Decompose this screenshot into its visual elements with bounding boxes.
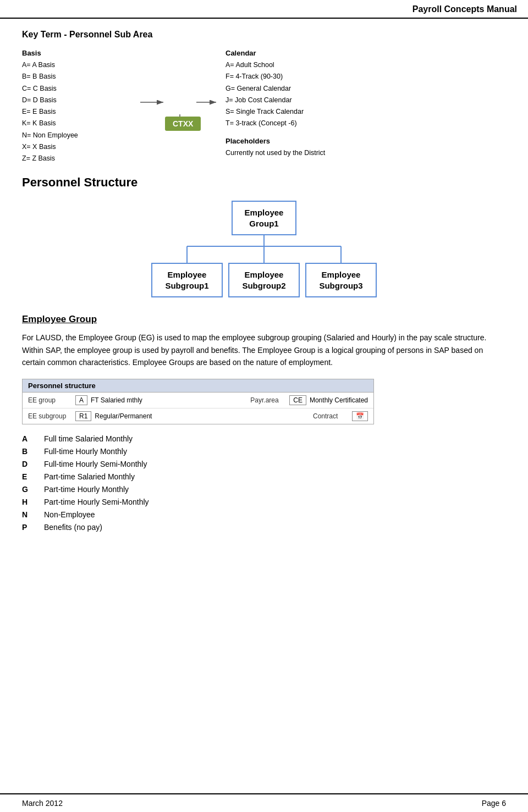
personnel-box-header: Personnel structure [23, 379, 373, 393]
list-val-h: Part-time Hourly Semi-Monthly [44, 498, 149, 506]
list-item-d: D Full-time Hourly Semi-Monthly [22, 460, 506, 468]
placeholders-title: Placeholders [226, 135, 435, 147]
list-item-g: G Part-time Hourly Monthly [22, 485, 506, 494]
list-item-b: B Full-time Hourly Monthly [22, 447, 506, 456]
list-val-g: Part-time Hourly Monthly [44, 485, 129, 494]
list-val-a: Full time Salaried Monthly [44, 434, 133, 443]
ee-group-code: A [75, 395, 87, 405]
calendar-item-1: A= Adult School [226, 59, 435, 71]
calendar-item-5: S= Single Track Calendar [226, 106, 435, 118]
placeholders-text: Currently not used by the District [226, 147, 435, 159]
basis-item-6: K= K Basis [22, 118, 132, 129]
list-val-e: Part-time Salaried Monthly [44, 472, 135, 481]
list-item-n: N Non-Employee [22, 510, 506, 519]
contract-icon: 📅 [352, 411, 368, 421]
basis-item-8: X= X Basis [22, 141, 132, 153]
list-key-d: D [22, 460, 44, 468]
ee-subgroup-value: Regular/Permanent [95, 412, 166, 420]
calendar-title: Calendar [226, 47, 435, 59]
list-key-g: G [22, 485, 44, 494]
ctxx-box: CTXX [165, 117, 201, 131]
list-val-d: Full-time Hourly Semi-Monthly [44, 460, 147, 468]
basis-column: Basis A= A Basis B= B Basis C= C Basis D… [22, 47, 132, 164]
list-key-e: E [22, 472, 44, 481]
employee-group-list: A Full time Salaried Monthly B Full-time… [22, 434, 506, 532]
personnel-structure-title: Personnel Structure [22, 175, 506, 190]
header-title: Payroll Concepts Manual [413, 4, 517, 14]
payr-area-value: Monthly Certificated [310, 396, 368, 404]
payr-area-label: Payr.area [250, 396, 286, 404]
personnel-box-row-2: EE subgroup R1 Regular/Permanent Contrac… [23, 408, 373, 424]
list-val-n: Non-Employee [44, 510, 95, 519]
list-item-e: E Part-time Salaried Monthly [22, 472, 506, 481]
org-top-box: EmployeeGroup1 [232, 201, 297, 235]
basis-item-7: N= Non Employee [22, 130, 132, 141]
list-key-b: B [22, 447, 44, 456]
basis-item-2: B= B Basis [22, 71, 132, 82]
org-children: EmployeeSubgroup1 EmployeeSubgroup2 Empl… [151, 263, 377, 297]
placeholders-section: Placeholders Currently not used by the D… [226, 135, 435, 159]
page-content: Key Term - Personnel Sub Area Basis A= A… [0, 19, 528, 568]
list-key-a: A [22, 434, 44, 443]
ctxx-area: CTXX [132, 47, 226, 130]
ee-subgroup-label: EE subgroup [28, 412, 72, 420]
basis-item-3: C= C Basis [22, 83, 132, 95]
basis-item-1: A= A Basis [22, 59, 132, 71]
list-item-a: A Full time Salaried Monthly [22, 434, 506, 443]
footer-left: March 2012 [22, 799, 63, 808]
list-key-h: H [22, 498, 44, 506]
calendar-item-2: F= 4-Track (90-30) [226, 71, 435, 82]
basis-item-4: D= D Basis [22, 95, 132, 106]
employee-group-para: For LAUSD, the Employee Group (EG) is us… [22, 332, 506, 368]
calendar-item-6: T= 3-track (Concept -6) [226, 118, 435, 129]
calendar-item-3: G= General Calendar [226, 83, 435, 95]
org-child-3: EmployeeSubgroup3 [305, 263, 377, 297]
page-header: Payroll Concepts Manual [0, 0, 528, 19]
page-footer: March 2012 Page 6 [0, 793, 528, 812]
list-key-n: N [22, 510, 44, 519]
org-child-2: EmployeeSubgroup2 [228, 263, 300, 297]
list-val-b: Full-time Hourly Monthly [44, 447, 127, 456]
ee-subgroup-code: R1 [75, 411, 91, 421]
personnel-box-row-1: EE group A FT Salaried mthly Payr.area C… [23, 393, 373, 408]
personnel-structure-box: Personnel structure EE group A FT Salari… [22, 379, 374, 424]
basis-item-5: E= E Basis [22, 106, 132, 118]
contract-label: Contract [313, 412, 349, 420]
list-val-p: Benefits (no pay) [44, 523, 102, 532]
list-item-h: H Part-time Hourly Semi-Monthly [22, 498, 506, 506]
calendar-item-4: J= Job Cost Calendar [226, 95, 435, 106]
ee-group-value: FT Salaried mthly [91, 396, 162, 404]
basis-title: Basis [22, 47, 132, 59]
list-key-p: P [22, 523, 44, 532]
list-item-p: P Benefits (no pay) [22, 523, 506, 532]
employee-group-title: Employee Group [22, 314, 506, 325]
org-child-1: EmployeeSubgroup1 [151, 263, 223, 297]
payr-area-code: CE [289, 395, 306, 405]
org-chart: EmployeeGroup1 EmployeeSubgroup1 Employe… [22, 201, 506, 297]
footer-right: Page 6 [482, 799, 506, 808]
calendar-column: Calendar A= Adult School F= 4-Track (90-… [226, 47, 435, 159]
org-connector-svg [148, 235, 380, 263]
ee-group-label: EE group [28, 396, 72, 404]
key-term-diagram: Basis A= A Basis B= B Basis C= C Basis D… [22, 47, 506, 164]
key-term-title: Key Term - Personnel Sub Area [22, 30, 506, 40]
basis-item-9: Z= Z Basis [22, 153, 132, 164]
org-top-label: EmployeeGroup1 [245, 208, 284, 228]
